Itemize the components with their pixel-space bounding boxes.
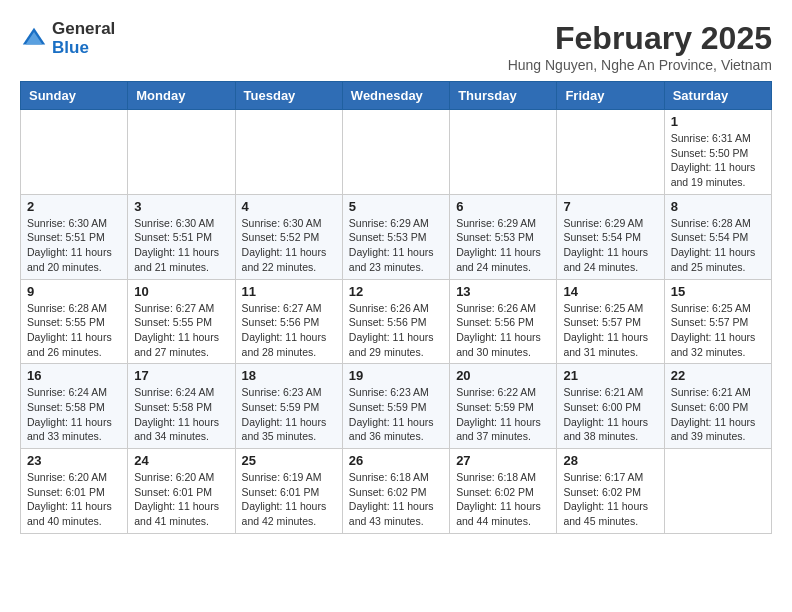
- calendar-cell-w1-d2: [128, 110, 235, 195]
- day-number: 9: [27, 284, 121, 299]
- day-info: Sunrise: 6:23 AM Sunset: 5:59 PM Dayligh…: [349, 385, 443, 444]
- calendar-cell-w3-d5: 13Sunrise: 6:26 AM Sunset: 5:56 PM Dayli…: [450, 279, 557, 364]
- calendar-cell-w1-d5: [450, 110, 557, 195]
- day-number: 8: [671, 199, 765, 214]
- day-info: Sunrise: 6:24 AM Sunset: 5:58 PM Dayligh…: [134, 385, 228, 444]
- day-number: 3: [134, 199, 228, 214]
- day-info: Sunrise: 6:20 AM Sunset: 6:01 PM Dayligh…: [134, 470, 228, 529]
- day-info: Sunrise: 6:23 AM Sunset: 5:59 PM Dayligh…: [242, 385, 336, 444]
- calendar-cell-w4-d7: 22Sunrise: 6:21 AM Sunset: 6:00 PM Dayli…: [664, 364, 771, 449]
- calendar-cell-w5-d6: 28Sunrise: 6:17 AM Sunset: 6:02 PM Dayli…: [557, 449, 664, 534]
- day-info: Sunrise: 6:18 AM Sunset: 6:02 PM Dayligh…: [349, 470, 443, 529]
- calendar-week-3: 9Sunrise: 6:28 AM Sunset: 5:55 PM Daylig…: [21, 279, 772, 364]
- day-info: Sunrise: 6:29 AM Sunset: 5:53 PM Dayligh…: [456, 216, 550, 275]
- calendar-cell-w2-d2: 3Sunrise: 6:30 AM Sunset: 5:51 PM Daylig…: [128, 194, 235, 279]
- location-subtitle: Hung Nguyen, Nghe An Province, Vietnam: [508, 57, 772, 73]
- day-number: 6: [456, 199, 550, 214]
- day-number: 15: [671, 284, 765, 299]
- day-info: Sunrise: 6:21 AM Sunset: 6:00 PM Dayligh…: [563, 385, 657, 444]
- day-info: Sunrise: 6:31 AM Sunset: 5:50 PM Dayligh…: [671, 131, 765, 190]
- day-number: 7: [563, 199, 657, 214]
- day-number: 11: [242, 284, 336, 299]
- day-info: Sunrise: 6:29 AM Sunset: 5:53 PM Dayligh…: [349, 216, 443, 275]
- col-tuesday: Tuesday: [235, 82, 342, 110]
- calendar-week-1: 1Sunrise: 6:31 AM Sunset: 5:50 PM Daylig…: [21, 110, 772, 195]
- col-thursday: Thursday: [450, 82, 557, 110]
- calendar-cell-w4-d6: 21Sunrise: 6:21 AM Sunset: 6:00 PM Dayli…: [557, 364, 664, 449]
- calendar-cell-w1-d7: 1Sunrise: 6:31 AM Sunset: 5:50 PM Daylig…: [664, 110, 771, 195]
- day-number: 17: [134, 368, 228, 383]
- calendar-cell-w1-d1: [21, 110, 128, 195]
- calendar-cell-w3-d7: 15Sunrise: 6:25 AM Sunset: 5:57 PM Dayli…: [664, 279, 771, 364]
- col-saturday: Saturday: [664, 82, 771, 110]
- calendar-header-row: Sunday Monday Tuesday Wednesday Thursday…: [21, 82, 772, 110]
- day-info: Sunrise: 6:22 AM Sunset: 5:59 PM Dayligh…: [456, 385, 550, 444]
- calendar-cell-w2-d7: 8Sunrise: 6:28 AM Sunset: 5:54 PM Daylig…: [664, 194, 771, 279]
- calendar-cell-w5-d7: [664, 449, 771, 534]
- day-number: 13: [456, 284, 550, 299]
- day-info: Sunrise: 6:25 AM Sunset: 5:57 PM Dayligh…: [671, 301, 765, 360]
- day-info: Sunrise: 6:30 AM Sunset: 5:52 PM Dayligh…: [242, 216, 336, 275]
- month-year-title: February 2025: [508, 20, 772, 57]
- calendar-table: Sunday Monday Tuesday Wednesday Thursday…: [20, 81, 772, 534]
- day-number: 26: [349, 453, 443, 468]
- day-number: 28: [563, 453, 657, 468]
- day-info: Sunrise: 6:17 AM Sunset: 6:02 PM Dayligh…: [563, 470, 657, 529]
- calendar-cell-w3-d1: 9Sunrise: 6:28 AM Sunset: 5:55 PM Daylig…: [21, 279, 128, 364]
- title-block: February 2025 Hung Nguyen, Nghe An Provi…: [508, 20, 772, 73]
- calendar-week-2: 2Sunrise: 6:30 AM Sunset: 5:51 PM Daylig…: [21, 194, 772, 279]
- calendar-cell-w3-d6: 14Sunrise: 6:25 AM Sunset: 5:57 PM Dayli…: [557, 279, 664, 364]
- day-number: 1: [671, 114, 765, 129]
- col-wednesday: Wednesday: [342, 82, 449, 110]
- calendar-cell-w2-d6: 7Sunrise: 6:29 AM Sunset: 5:54 PM Daylig…: [557, 194, 664, 279]
- calendar-cell-w1-d4: [342, 110, 449, 195]
- day-info: Sunrise: 6:26 AM Sunset: 5:56 PM Dayligh…: [456, 301, 550, 360]
- day-number: 25: [242, 453, 336, 468]
- col-sunday: Sunday: [21, 82, 128, 110]
- day-info: Sunrise: 6:29 AM Sunset: 5:54 PM Dayligh…: [563, 216, 657, 275]
- day-number: 10: [134, 284, 228, 299]
- day-info: Sunrise: 6:30 AM Sunset: 5:51 PM Dayligh…: [27, 216, 121, 275]
- day-number: 5: [349, 199, 443, 214]
- calendar-cell-w2-d5: 6Sunrise: 6:29 AM Sunset: 5:53 PM Daylig…: [450, 194, 557, 279]
- calendar-cell-w3-d2: 10Sunrise: 6:27 AM Sunset: 5:55 PM Dayli…: [128, 279, 235, 364]
- day-info: Sunrise: 6:27 AM Sunset: 5:55 PM Dayligh…: [134, 301, 228, 360]
- calendar-cell-w5-d1: 23Sunrise: 6:20 AM Sunset: 6:01 PM Dayli…: [21, 449, 128, 534]
- day-info: Sunrise: 6:26 AM Sunset: 5:56 PM Dayligh…: [349, 301, 443, 360]
- calendar-week-5: 23Sunrise: 6:20 AM Sunset: 6:01 PM Dayli…: [21, 449, 772, 534]
- calendar-cell-w3-d4: 12Sunrise: 6:26 AM Sunset: 5:56 PM Dayli…: [342, 279, 449, 364]
- calendar-cell-w4-d5: 20Sunrise: 6:22 AM Sunset: 5:59 PM Dayli…: [450, 364, 557, 449]
- day-number: 12: [349, 284, 443, 299]
- day-number: 14: [563, 284, 657, 299]
- day-info: Sunrise: 6:24 AM Sunset: 5:58 PM Dayligh…: [27, 385, 121, 444]
- calendar-cell-w5-d5: 27Sunrise: 6:18 AM Sunset: 6:02 PM Dayli…: [450, 449, 557, 534]
- logo-general: General: [52, 20, 115, 39]
- col-friday: Friday: [557, 82, 664, 110]
- day-number: 21: [563, 368, 657, 383]
- calendar-cell-w5-d4: 26Sunrise: 6:18 AM Sunset: 6:02 PM Dayli…: [342, 449, 449, 534]
- calendar-cell-w5-d3: 25Sunrise: 6:19 AM Sunset: 6:01 PM Dayli…: [235, 449, 342, 534]
- day-info: Sunrise: 6:21 AM Sunset: 6:00 PM Dayligh…: [671, 385, 765, 444]
- col-monday: Monday: [128, 82, 235, 110]
- calendar-cell-w4-d3: 18Sunrise: 6:23 AM Sunset: 5:59 PM Dayli…: [235, 364, 342, 449]
- day-info: Sunrise: 6:25 AM Sunset: 5:57 PM Dayligh…: [563, 301, 657, 360]
- day-info: Sunrise: 6:19 AM Sunset: 6:01 PM Dayligh…: [242, 470, 336, 529]
- day-number: 27: [456, 453, 550, 468]
- calendar-cell-w5-d2: 24Sunrise: 6:20 AM Sunset: 6:01 PM Dayli…: [128, 449, 235, 534]
- day-number: 24: [134, 453, 228, 468]
- calendar-cell-w4-d4: 19Sunrise: 6:23 AM Sunset: 5:59 PM Dayli…: [342, 364, 449, 449]
- day-info: Sunrise: 6:20 AM Sunset: 6:01 PM Dayligh…: [27, 470, 121, 529]
- logo: General Blue: [20, 20, 115, 57]
- day-info: Sunrise: 6:18 AM Sunset: 6:02 PM Dayligh…: [456, 470, 550, 529]
- day-number: 23: [27, 453, 121, 468]
- day-number: 2: [27, 199, 121, 214]
- calendar-cell-w3-d3: 11Sunrise: 6:27 AM Sunset: 5:56 PM Dayli…: [235, 279, 342, 364]
- calendar-cell-w2-d1: 2Sunrise: 6:30 AM Sunset: 5:51 PM Daylig…: [21, 194, 128, 279]
- logo-icon: [20, 25, 48, 53]
- calendar-cell-w4-d1: 16Sunrise: 6:24 AM Sunset: 5:58 PM Dayli…: [21, 364, 128, 449]
- logo-blue: Blue: [52, 39, 115, 58]
- day-number: 4: [242, 199, 336, 214]
- day-number: 16: [27, 368, 121, 383]
- day-info: Sunrise: 6:27 AM Sunset: 5:56 PM Dayligh…: [242, 301, 336, 360]
- calendar-cell-w1-d3: [235, 110, 342, 195]
